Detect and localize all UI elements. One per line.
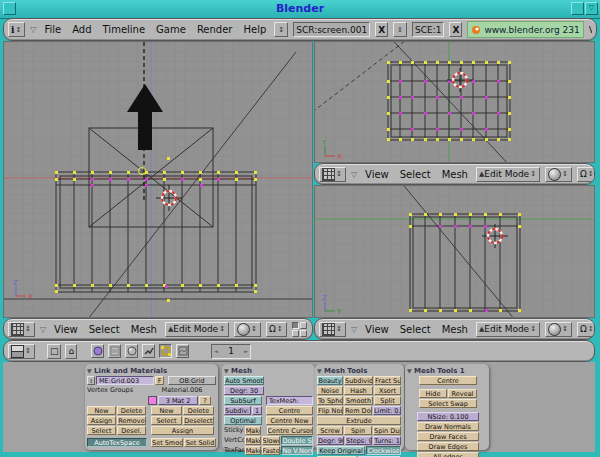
menu-view[interactable]: View xyxy=(362,324,392,335)
fasterdraw-button[interactable]: FasterDr xyxy=(262,446,281,455)
slowerdraw-button[interactable]: SlowerDr xyxy=(262,436,281,445)
flip-normal-button[interactable]: Flip Normal xyxy=(317,406,343,415)
website-link[interactable]: www.blender.org 231 xyxy=(467,21,583,38)
menu-mesh[interactable]: Mesh xyxy=(439,169,471,180)
menu-mesh[interactable]: Mesh xyxy=(128,324,160,335)
collapse-menu-icon[interactable]: ▽ xyxy=(30,25,36,34)
vgroup-desel-button[interactable]: Desel. xyxy=(117,426,146,435)
hash-button[interactable]: Hash xyxy=(344,386,373,395)
autotexspace-toggle[interactable]: AutoTexSpace xyxy=(87,438,147,447)
limit-slider[interactable]: Limit: 0.001 xyxy=(373,406,401,415)
texface-make-button[interactable]: Make xyxy=(245,446,261,455)
subdiv-render-stepper[interactable]: 1 xyxy=(252,406,262,415)
all-edges-toggle[interactable]: All edges xyxy=(417,452,479,457)
degr-slider[interactable]: Degr: 90 xyxy=(317,436,344,445)
viewport-type-icon[interactable]: ↕ xyxy=(8,322,35,337)
panel-header[interactable]: ▼ Mesh xyxy=(224,366,313,376)
vgroup-delete-button[interactable]: Delete xyxy=(117,406,146,415)
mode-dropdown[interactable]: ▲ Edit Mode ↕ xyxy=(476,322,540,337)
no-vnormal-flip-toggle[interactable]: No V.Normal Flip xyxy=(281,446,313,455)
material-delete-button[interactable]: Delete xyxy=(183,406,214,415)
to-sphere-button[interactable]: To Sphere xyxy=(317,396,343,405)
menu-view[interactable]: View xyxy=(51,324,81,335)
menu-add[interactable]: Add xyxy=(69,24,94,35)
set-smooth-button[interactable]: Set Smooth xyxy=(151,438,183,447)
fake-user-button[interactable]: F xyxy=(155,376,164,385)
keep-original-toggle[interactable]: Keep Original xyxy=(317,446,365,455)
centre-new-button[interactable]: Centre New xyxy=(266,416,313,425)
draw-edges-toggle[interactable]: Draw Edges xyxy=(417,442,479,451)
editing-context-icon[interactable] xyxy=(159,344,172,358)
material-help-button[interactable]: ? xyxy=(199,396,211,405)
script-context-icon[interactable] xyxy=(108,344,121,358)
centre-button[interactable]: Centre xyxy=(266,406,313,415)
menu-select[interactable]: Select xyxy=(397,169,434,180)
scene-context-icon[interactable] xyxy=(176,344,189,358)
pivot-dropdown[interactable]: Ω↕ xyxy=(577,167,595,182)
viewport-side-canvas[interactable]: Z Y xyxy=(314,185,595,318)
panel-link-and-materials[interactable]: ▼ Link and Materials ↕ ME:Grid.003 F OB:… xyxy=(85,364,218,450)
vertcol-make-button[interactable]: Make xyxy=(245,436,261,445)
noise-button[interactable]: Noise xyxy=(317,386,343,395)
menu-select[interactable]: Select xyxy=(86,324,123,335)
split-button[interactable]: Split xyxy=(374,396,401,405)
menu-view[interactable]: View xyxy=(362,169,392,180)
select-swap-button[interactable]: Select Swap xyxy=(419,399,477,408)
panel-mesh-tools[interactable]: ▼ Mesh Tools Beauty Subdivide Fract Subd… xyxy=(315,364,404,450)
menu-render[interactable]: Render xyxy=(194,24,236,35)
pivot-dropdown[interactable]: Ω↕ xyxy=(577,322,595,337)
mode-dropdown[interactable]: ▲ Edit Mode ↕ xyxy=(476,167,540,182)
smooth-button[interactable]: Smooth xyxy=(344,396,373,405)
animation-context-icon[interactable] xyxy=(142,344,155,358)
steps-stepper[interactable]: Steps: 9 xyxy=(345,436,372,445)
draw-faces-toggle[interactable]: Draw Faces xyxy=(417,432,479,441)
logic-context-icon[interactable] xyxy=(91,344,104,358)
menu-timeline[interactable]: Timeline xyxy=(100,24,149,35)
header-collapse-icon[interactable]: ▽ xyxy=(40,325,46,334)
rem-doubles-button[interactable]: Rem Double xyxy=(344,406,372,415)
material-deselect-button[interactable]: Deselect xyxy=(183,416,214,425)
screen-delete-button[interactable]: X xyxy=(375,22,388,37)
beauty-toggle[interactable]: Beauty xyxy=(317,376,343,385)
material-color-swatch[interactable] xyxy=(148,396,157,405)
scene-browse-icon[interactable]: ↕ xyxy=(393,22,407,37)
panel-header[interactable]: ▼ Mesh Tools xyxy=(317,366,402,376)
sticky-make-button[interactable]: Make xyxy=(245,426,261,435)
maximize-button[interactable] xyxy=(571,2,584,15)
panel-mesh-tools-1[interactable]: ▼ Mesh Tools 1 Centre Hide Reveal Select… xyxy=(405,364,489,450)
material-counter[interactable]: 3 Mat 2 xyxy=(158,396,198,405)
xsort-button[interactable]: Xsort xyxy=(374,386,401,395)
draw-type-dropdown[interactable]: ↕ xyxy=(545,322,572,337)
viewport-top-canvas[interactable]: Y X xyxy=(314,41,595,163)
reveal-button[interactable]: Reveal xyxy=(448,389,477,398)
screen-browse-icon[interactable]: ↕ xyxy=(274,22,288,37)
buttons-window-type-icon[interactable]: ↕ xyxy=(8,344,35,359)
optimal-toggle[interactable]: Optimal xyxy=(224,416,262,425)
spin-dup-button[interactable]: Spin Dup xyxy=(373,426,401,435)
panel-align-icon[interactable]: □ xyxy=(47,344,62,359)
hide-button[interactable]: Hide xyxy=(419,389,447,398)
material-assign-button[interactable]: Assign xyxy=(151,426,214,435)
fract-subd-button[interactable]: Fract Subd xyxy=(374,376,401,385)
shading-context-icon[interactable] xyxy=(125,344,138,358)
draw-normals-toggle[interactable]: Draw Normals xyxy=(417,422,479,431)
nsize-slider[interactable]: NSize: 0.100 xyxy=(417,412,479,421)
mesh-browse-icon[interactable]: ↕ xyxy=(87,376,95,385)
centre-cursor-button[interactable]: Centre Cursor xyxy=(267,426,313,435)
menu-file[interactable]: File xyxy=(41,24,64,35)
double-sided-toggle[interactable]: Double Sided xyxy=(281,436,313,445)
menu-select[interactable]: Select xyxy=(397,324,434,335)
blender-app-icon[interactable]: i↕ xyxy=(8,22,25,37)
material-new-button[interactable]: New xyxy=(151,406,182,415)
panel-header[interactable]: ▼ Mesh Tools 1 xyxy=(407,366,487,376)
vgroup-select-button[interactable]: Select xyxy=(87,426,116,435)
material-select-button[interactable]: Select xyxy=(151,416,182,425)
degr-slider[interactable]: Degr: 30 xyxy=(224,386,264,395)
subdiv-stepper[interactable]: Subdiv: 1 xyxy=(224,406,251,415)
vgroup-assign-button[interactable]: Assign xyxy=(87,416,116,425)
menu-mesh[interactable]: Mesh xyxy=(439,324,471,335)
mode-dropdown[interactable]: ▲ Edit Mode ↕ xyxy=(165,322,229,337)
scene-delete-button[interactable]: X xyxy=(449,22,462,37)
clockwise-toggle[interactable]: Clockwise xyxy=(366,446,401,455)
screen-name-field[interactable]: SCR:screen.001 xyxy=(293,22,370,37)
